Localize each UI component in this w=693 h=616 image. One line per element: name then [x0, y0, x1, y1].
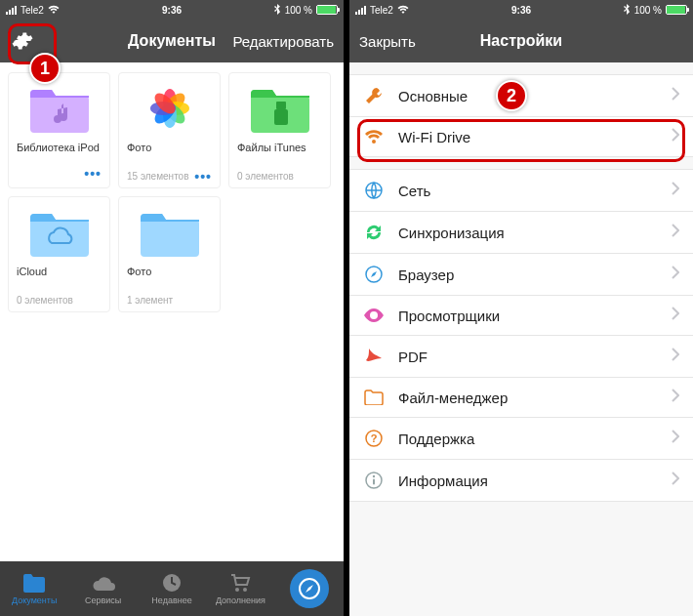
clock-icon	[161, 572, 183, 594]
chevron-right-icon	[672, 224, 679, 241]
tab-label: Недавнее	[151, 595, 191, 605]
wrench-icon	[363, 86, 385, 105]
tab-documents[interactable]: Документы	[0, 561, 68, 616]
folder-music-icon	[28, 84, 91, 133]
svg-rect-20	[373, 479, 375, 485]
documents-screen: Tele2 9:36 100 % Документы Редактировать	[0, 0, 344, 616]
chevron-right-icon	[672, 472, 679, 489]
clock: 9:36	[511, 5, 531, 16]
carrier-label: Tele2	[20, 5, 44, 16]
battery-pct: 100 %	[285, 5, 312, 16]
battery-icon	[666, 5, 687, 15]
nav-bar: Закрыть Настройки	[349, 20, 693, 62]
cart-icon	[229, 572, 251, 594]
photos-flower-icon	[139, 84, 201, 133]
carrier-label: Tele2	[370, 5, 393, 16]
row-label: Основные	[398, 88, 672, 104]
folder-tile-photos[interactable]: Фото 15 элементов •••	[118, 72, 221, 188]
tile-name: iCloud	[17, 266, 102, 291]
folder-icon	[139, 208, 201, 257]
row-label: Синхронизация	[398, 225, 672, 241]
chevron-right-icon	[672, 182, 679, 199]
tile-meta: 0 элементов	[237, 171, 294, 182]
bluetooth-icon	[624, 4, 631, 17]
row-wifi-drive[interactable]: Wi-Fi Drive	[349, 117, 693, 156]
page-title: Настройки	[480, 32, 562, 50]
svg-point-19	[373, 475, 375, 477]
battery-icon	[316, 5, 338, 15]
chevron-right-icon	[672, 307, 679, 324]
more-icon[interactable]: •••	[194, 174, 212, 180]
cloud-icon	[91, 572, 116, 594]
tile-meta: 0 элементов	[17, 295, 73, 306]
row-label: Wi-Fi Drive	[398, 129, 672, 145]
folder-usb-icon	[249, 84, 311, 133]
svg-point-12	[243, 588, 247, 592]
wifi-icon	[48, 5, 60, 16]
close-button[interactable]: Закрыть	[359, 33, 416, 50]
svg-point-11	[235, 588, 239, 592]
row-pdf[interactable]: PDF	[349, 336, 693, 378]
globe-icon	[363, 181, 385, 200]
row-label: Информация	[398, 472, 672, 489]
row-file-manager[interactable]: Файл-менеджер	[349, 378, 693, 418]
eye-icon	[363, 308, 385, 322]
row-network[interactable]: Сеть	[349, 170, 693, 212]
settings-screen: Tele2 9:36 100 % Закрыть Настройки Основ…	[349, 0, 693, 616]
tab-addons[interactable]: Дополнения	[206, 561, 274, 616]
row-viewers[interactable]: Просмотрщики	[349, 296, 693, 336]
clock: 9:36	[162, 5, 182, 16]
tile-meta: 1 элемент	[127, 295, 173, 306]
pdf-icon	[363, 347, 385, 366]
row-label: Сеть	[398, 183, 672, 199]
svg-text:?: ?	[371, 432, 378, 444]
tile-name: Файлы iTunes	[237, 142, 322, 167]
row-label: Просмотрщики	[398, 308, 672, 324]
tile-name: Библиотека iPod	[17, 142, 102, 167]
settings-list: Основные Wi-Fi Drive 2	[349, 62, 693, 616]
chevron-right-icon	[672, 430, 679, 447]
signal-icon	[355, 6, 366, 15]
sync-icon	[363, 223, 385, 242]
tile-name: Фото	[127, 142, 212, 167]
more-icon[interactable]: •••	[84, 171, 102, 177]
battery-pct: 100 %	[634, 5, 662, 16]
folder-cloud-icon	[28, 208, 91, 257]
folder-icon	[363, 390, 385, 405]
documents-grid: Библиотека iPod •••	[0, 62, 344, 561]
tab-label: Дополнения	[216, 595, 265, 605]
row-info[interactable]: Информация	[349, 460, 693, 501]
page-title: Документы	[128, 32, 216, 50]
svg-rect-8	[276, 102, 286, 109]
bluetooth-icon	[274, 4, 281, 17]
tab-label: Документы	[12, 595, 57, 605]
row-label: Поддержка	[398, 431, 672, 447]
help-icon: ?	[363, 429, 385, 448]
folder-tile-ipod[interactable]: Библиотека iPod •••	[8, 72, 110, 188]
tab-recent[interactable]: Недавнее	[138, 561, 206, 616]
chevron-right-icon	[672, 87, 679, 104]
folder-tile-photo[interactable]: Фото 1 элемент	[118, 196, 221, 312]
tab-label: Сервисы	[85, 595, 121, 605]
row-sync[interactable]: Синхронизация	[349, 212, 693, 254]
chevron-right-icon	[672, 128, 679, 145]
gear-icon	[12, 30, 33, 52]
wifi-icon	[397, 5, 409, 16]
chevron-right-icon	[672, 389, 679, 406]
tile-name: Фото	[127, 266, 212, 291]
row-support[interactable]: ? Поддержка	[349, 418, 693, 460]
row-browser[interactable]: Браузер	[349, 254, 693, 296]
folder-icon	[22, 572, 46, 594]
wifi-icon	[363, 129, 385, 144]
folder-tile-itunes[interactable]: Файлы iTunes 0 элементов	[228, 72, 331, 188]
settings-button[interactable]	[10, 28, 35, 54]
tab-browser[interactable]	[275, 561, 344, 616]
chevron-right-icon	[672, 266, 679, 283]
row-label: PDF	[398, 349, 672, 365]
svg-rect-9	[274, 109, 288, 125]
edit-button[interactable]: Редактировать	[232, 33, 334, 50]
folder-tile-icloud[interactable]: iCloud 0 элементов	[8, 196, 110, 312]
row-general[interactable]: Основные	[349, 75, 693, 117]
info-icon	[363, 471, 385, 490]
tab-services[interactable]: Сервисы	[68, 561, 137, 616]
